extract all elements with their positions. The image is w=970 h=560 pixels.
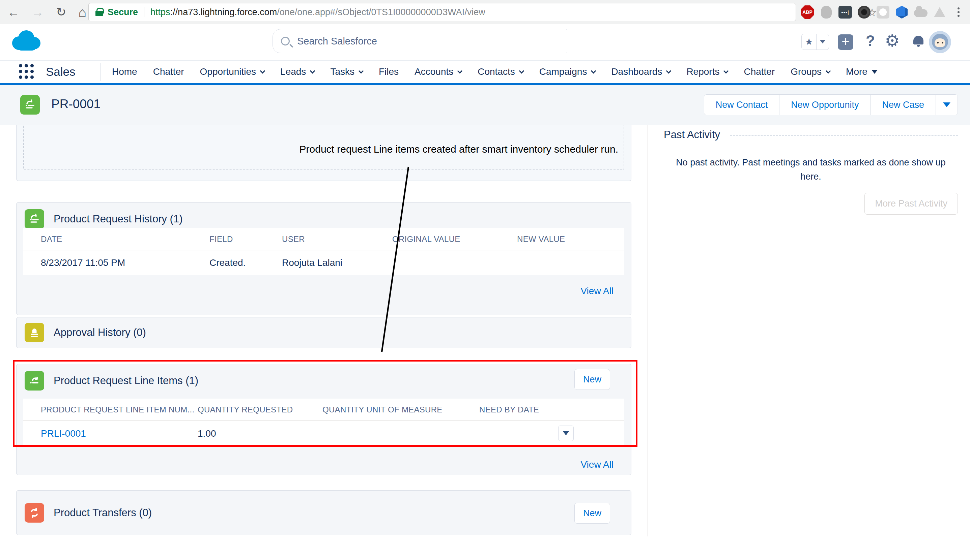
extension-icons: ABP •••| [801, 0, 965, 24]
history-table: DATE FIELD USER ORIGINAL VALUE NEW VALUE… [23, 228, 624, 275]
url-text[interactable]: https://na73.lightning.force.com/one/one… [151, 7, 485, 18]
triangle-down-icon [871, 70, 878, 74]
search-input[interactable] [297, 36, 559, 47]
tab-leads[interactable]: Leads [280, 67, 314, 77]
cloud-icon[interactable] [914, 5, 928, 19]
address-separator [144, 7, 144, 17]
app-name: Sales [46, 65, 75, 78]
mask-icon[interactable] [819, 5, 833, 19]
new-transfer-button[interactable]: New [574, 503, 610, 523]
global-search[interactable] [273, 29, 567, 53]
tab-tasks[interactable]: Tasks [330, 67, 363, 77]
card-title[interactable]: Product Request History (1) [54, 213, 182, 225]
tab-chatter[interactable]: Chatter [153, 67, 184, 77]
secure-lock-icon [95, 11, 103, 16]
search-icon [281, 37, 290, 45]
history-date: 8/23/2017 11:05 PM [41, 257, 209, 268]
chevron-down-icon [310, 68, 315, 73]
row-actions-dropdown[interactable] [558, 425, 574, 441]
abp-icon[interactable]: ABP [801, 5, 814, 19]
user-avatar[interactable] [929, 31, 951, 53]
table-row: PRLI-0001 1.00 [23, 421, 624, 447]
record-actions: New Contact New Opportunity New Case [704, 94, 958, 115]
chevron-down-icon [457, 68, 463, 73]
tab-reports[interactable]: Reports [686, 67, 728, 77]
tab-more[interactable]: More [846, 67, 878, 77]
card-title[interactable]: Approval History (0) [54, 327, 146, 338]
screenshot-icon[interactable] [876, 5, 890, 19]
card-title[interactable]: Product Request Line Items (1) [54, 375, 198, 387]
column-header[interactable]: USER [282, 235, 392, 244]
past-activity-empty-text: No past activity. Past meetings and task… [664, 156, 958, 184]
cube-icon[interactable] [895, 5, 909, 19]
history-table-header: DATE FIELD USER ORIGINAL VALUE NEW VALUE [23, 228, 624, 250]
column-header[interactable]: NEED BY DATE [479, 405, 624, 415]
chevron-down-icon [260, 68, 266, 73]
tab-accounts[interactable]: Accounts [415, 67, 462, 77]
column-header[interactable]: DATE [41, 235, 209, 244]
product-request-history-card: Product Request History (1) DATE FIELD U… [16, 202, 631, 315]
product-request-icon [20, 95, 40, 115]
new-case-button[interactable]: New Case [871, 95, 936, 115]
column-header[interactable]: ORIGINAL VALUE [392, 235, 517, 244]
setup-gear-icon[interactable]: ⚙ [885, 31, 900, 50]
line-items-table-header: PRODUCT REQUEST LINE ITEM NUM... QUANTIT… [23, 398, 624, 421]
column-header[interactable]: PRODUCT REQUEST LINE ITEM NUM... [41, 405, 197, 415]
prism-icon[interactable] [933, 5, 947, 19]
notifications-bell-icon[interactable] [913, 36, 923, 45]
annotation-note: Product request Line items created after… [276, 143, 618, 155]
line-item-number-link[interactable]: PRLI-0001 [41, 428, 197, 439]
browser-back-icon[interactable]: ← [7, 6, 20, 18]
tab-dashboards[interactable]: Dashboards [611, 67, 671, 77]
new-opportunity-button[interactable]: New Opportunity [779, 95, 871, 115]
salesforce-logo-icon[interactable] [9, 28, 44, 58]
table-row: 8/23/2017 11:05 PM Created. Roojuta Lala… [23, 250, 624, 275]
column-header[interactable]: FIELD [209, 235, 282, 244]
browser-home-icon[interactable]: ⌂ [78, 5, 86, 19]
tab-files[interactable]: Files [379, 67, 399, 77]
column-header[interactable]: QUANTITY REQUESTED [197, 405, 323, 415]
more-past-activity-button[interactable]: More Past Activity [865, 193, 958, 215]
tab-home[interactable]: Home [112, 67, 137, 77]
tab-groups[interactable]: Groups [791, 67, 830, 77]
favorites-button[interactable]: ★ [801, 34, 829, 50]
chevron-down-icon [723, 68, 729, 73]
chevron-down-icon [519, 68, 524, 73]
product-transfers-card: Product Transfers (0) New [16, 490, 631, 535]
global-actions-button[interactable]: + [838, 34, 853, 50]
column-header[interactable]: QUANTITY UNIT OF MEASURE [323, 405, 479, 415]
past-activity-title: Past Activity [664, 129, 720, 141]
password-manager-icon[interactable]: •••| [838, 5, 852, 19]
address-bar[interactable]: Secure https://na73.lightning.force.com/… [89, 3, 796, 21]
more-actions-dropdown[interactable] [936, 95, 958, 115]
favorite-star-icon[interactable]: ★ [802, 34, 816, 50]
line-items-table: PRODUCT REQUEST LINE ITEM NUM... QUANTIT… [23, 398, 624, 447]
column-divider [647, 125, 648, 537]
camera-lens-icon[interactable] [857, 5, 871, 19]
chevron-down-icon [666, 68, 672, 73]
browser-menu-icon[interactable] [952, 5, 965, 19]
browser-refresh-icon[interactable]: ↻ [56, 6, 66, 18]
app-launcher-icon[interactable] [19, 64, 34, 79]
tab-campaigns[interactable]: Campaigns [539, 67, 595, 77]
past-activity-panel: Past Activity No past activity. Past mee… [664, 129, 958, 215]
favorites-dropdown-icon[interactable] [816, 34, 829, 50]
feed-card-partial: Product request Line items created after… [16, 125, 631, 181]
browser-toolbar: ← → ↻ ⌂ Secure https://na73.lightning.fo… [0, 0, 970, 24]
tab-contacts[interactable]: Contacts [478, 67, 523, 77]
new-line-item-button[interactable]: New [574, 369, 610, 390]
tab-chatter-2[interactable]: Chatter [744, 67, 775, 77]
view-all-link[interactable]: View All [580, 459, 614, 470]
new-contact-button[interactable]: New Contact [704, 95, 780, 115]
chevron-down-icon [358, 68, 364, 73]
help-icon[interactable]: ? [866, 32, 875, 49]
column-header[interactable]: NEW VALUE [517, 235, 624, 244]
card-title[interactable]: Product Transfers (0) [54, 507, 152, 519]
product-transfers-icon [25, 503, 44, 523]
product-request-history-icon [25, 209, 44, 229]
tab-opportunities[interactable]: Opportunities [200, 67, 265, 77]
browser-forward-icon: → [32, 6, 44, 18]
secure-label: Secure [108, 7, 138, 18]
line-items-icon [25, 371, 44, 390]
view-all-link[interactable]: View All [580, 286, 614, 297]
